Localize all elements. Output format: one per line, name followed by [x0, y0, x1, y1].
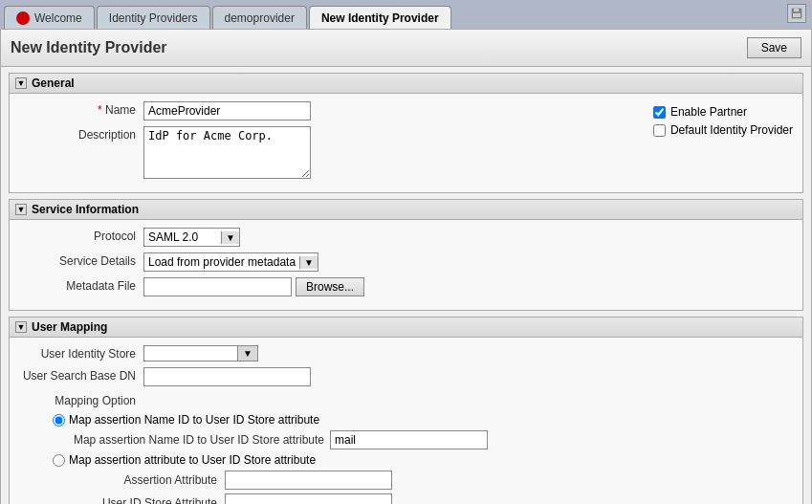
- service-information-toggle[interactable]: ▼: [15, 204, 27, 215]
- mapping-option-label: Mapping Option: [19, 392, 143, 407]
- general-toggle[interactable]: ▼: [15, 77, 27, 89]
- description-row: Description IdP for Acme Corp.: [19, 126, 615, 179]
- page-header: New Identity Provider Save: [1, 30, 811, 67]
- user-id-store-attribute-input[interactable]: [225, 493, 392, 504]
- enable-partner-label: Enable Partner: [670, 105, 747, 119]
- default-idp-label: Default Identity Provider: [670, 123, 793, 137]
- service-information-body: Protocol SAML 2.0 ▼ Service Details Load…: [10, 220, 802, 310]
- name-row: Name: [19, 101, 615, 121]
- svg-rect-2: [793, 13, 801, 17]
- tab-identity-providers-label: Identity Providers: [109, 11, 198, 25]
- user-mapping-header: ▼ User Mapping: [10, 318, 802, 338]
- general-layout: Name Description IdP for Acme Corp. Enab…: [19, 101, 793, 185]
- metadata-file-row: Metadata File Browse...: [19, 277, 793, 296]
- general-section-label: General: [32, 77, 75, 90]
- general-left: Name Description IdP for Acme Corp.: [19, 101, 615, 185]
- description-textarea[interactable]: IdP for Acme Corp.: [143, 126, 311, 179]
- general-section-header: ▼ General: [10, 74, 802, 94]
- tab-identity-providers[interactable]: Identity Providers: [97, 6, 210, 29]
- main-content: New Identity Provider Save ▼ General Nam…: [0, 29, 812, 504]
- protocol-select[interactable]: SAML 2.0 ▼: [143, 228, 240, 247]
- checkbox-group: Enable Partner Default Identity Provider: [653, 105, 793, 137]
- user-search-base-dn-label: User Search Base DN: [19, 367, 143, 383]
- description-label: Description: [19, 126, 143, 142]
- user-id-store-attribute-label: User ID Store Attribute: [72, 496, 225, 504]
- mapping-option-label-row: Mapping Option: [19, 392, 793, 407]
- tab-welcome-label: Welcome: [34, 11, 82, 25]
- welcome-icon: [16, 11, 30, 25]
- radio1-sublabel: Map assertion Name ID to User ID Store a…: [72, 433, 330, 447]
- radio2-label: Map assertion attribute to User ID Store…: [69, 453, 316, 467]
- user-store-arrow[interactable]: ▼: [237, 346, 257, 361]
- service-information-header: ▼ Service Information: [10, 200, 802, 220]
- user-identity-store-row: User Identity Store ▼: [19, 345, 793, 362]
- enable-partner-row: Enable Partner: [653, 105, 793, 119]
- tab-demoprovider-label: demoprovider: [225, 11, 295, 25]
- user-store-value: [144, 346, 237, 361]
- tab-welcome[interactable]: Welcome: [4, 6, 95, 29]
- enable-partner-checkbox[interactable]: [653, 106, 666, 119]
- protocol-label: Protocol: [19, 228, 143, 243]
- general-section-body: Name Description IdP for Acme Corp. Enab…: [10, 94, 802, 192]
- radio2-row: Map assertion attribute to User ID Store…: [53, 453, 793, 467]
- user-mapping-body: User Identity Store ▼ User Search Base D…: [10, 338, 802, 504]
- user-identity-store-select[interactable]: ▼: [143, 345, 258, 362]
- general-section: ▼ General Name Description IdP for Acme …: [9, 73, 803, 193]
- protocol-row: Protocol SAML 2.0 ▼: [19, 228, 793, 247]
- tab-bar: Welcome Identity Providers demoprovider …: [0, 0, 812, 29]
- service-information-section: ▼ Service Information Protocol SAML 2.0 …: [9, 199, 803, 311]
- floppy-icon: [791, 8, 802, 19]
- name-label: Name: [19, 101, 143, 117]
- radio1-value-input[interactable]: [330, 430, 488, 449]
- assertion-attribute-row: Assertion Attribute: [72, 471, 793, 490]
- service-details-value: Load from provider metadata: [144, 253, 299, 271]
- service-details-row: Service Details Load from provider metad…: [19, 252, 793, 272]
- protocol-arrow[interactable]: ▼: [221, 231, 239, 244]
- default-idp-row: Default Identity Provider: [653, 123, 793, 137]
- user-id-store-attribute-row: User ID Store Attribute: [72, 493, 793, 504]
- svg-rect-1: [794, 9, 799, 11]
- save-button[interactable]: Save: [747, 37, 801, 58]
- tab-demoprovider[interactable]: demoprovider: [212, 6, 307, 29]
- browse-button[interactable]: Browse...: [296, 277, 364, 296]
- radio2[interactable]: [53, 454, 65, 467]
- general-right: Enable Partner Default Identity Provider: [634, 101, 793, 185]
- service-information-label: Service Information: [32, 203, 139, 216]
- radio1-sub-row: Map assertion Name ID to User ID Store a…: [72, 430, 793, 449]
- page-title: New Identity Provider: [11, 39, 167, 56]
- user-mapping-label: User Mapping: [32, 320, 107, 334]
- name-input[interactable]: [143, 101, 311, 121]
- user-search-base-dn-row: User Search Base DN: [19, 367, 793, 386]
- metadata-file-input[interactable]: [143, 277, 292, 296]
- tab-new-identity-provider[interactable]: New Identity Provider: [309, 6, 451, 29]
- tab-new-identity-provider-label: New Identity Provider: [321, 11, 439, 25]
- assertion-attribute-label: Assertion Attribute: [72, 473, 225, 487]
- save-icon-top[interactable]: [787, 4, 806, 23]
- user-mapping-toggle[interactable]: ▼: [15, 321, 27, 333]
- assertion-attribute-input[interactable]: [225, 471, 392, 490]
- user-identity-store-label: User Identity Store: [19, 345, 143, 361]
- user-search-base-dn-input[interactable]: [143, 367, 311, 386]
- radio1-row: Map assertion Name ID to User ID Store a…: [53, 413, 793, 427]
- radio1-label: Map assertion Name ID to User ID Store a…: [69, 413, 319, 427]
- default-idp-checkbox[interactable]: [653, 124, 666, 137]
- protocol-value: SAML 2.0: [144, 229, 221, 246]
- service-details-select[interactable]: Load from provider metadata ▼: [143, 252, 318, 272]
- user-mapping-section: ▼ User Mapping User Identity Store ▼ Use…: [9, 317, 803, 504]
- metadata-file-label: Metadata File: [19, 277, 143, 293]
- service-details-arrow[interactable]: ▼: [299, 256, 318, 269]
- radio1[interactable]: [53, 414, 65, 427]
- service-details-label: Service Details: [19, 252, 143, 268]
